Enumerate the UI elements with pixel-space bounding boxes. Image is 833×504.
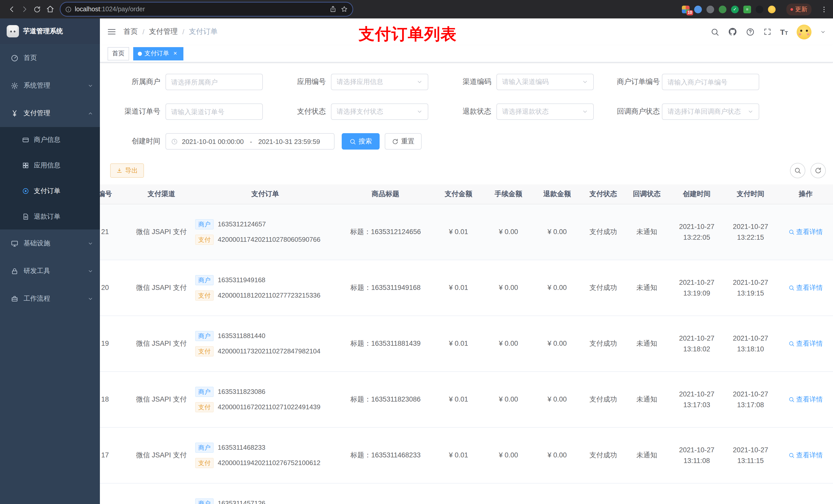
- col-header-create-time: 创建时间: [669, 184, 725, 204]
- filter-row-1: 所属商户 应用编号 请选择应用信息 渠道编码 请输入渠道编码: [120, 74, 833, 90]
- export-button[interactable]: 导出: [110, 163, 144, 178]
- extension-icon-dark[interactable]: [756, 5, 763, 13]
- sidebar-item-workflow[interactable]: 工作流程: [0, 285, 100, 312]
- extension-icon-green[interactable]: [719, 5, 727, 13]
- sidebar-item-refund-order[interactable]: 退款订单: [0, 204, 100, 230]
- create-time: 13:22:05: [669, 232, 725, 242]
- caret-down-icon: [820, 29, 826, 34]
- page-content: 所属商户 应用编号 请选择应用信息 渠道编码 请输入渠道编码: [100, 63, 833, 504]
- create-date: 2021-10-27: [669, 388, 725, 399]
- site-info-icon[interactable]: [65, 6, 72, 13]
- browser-back-button[interactable]: [5, 3, 18, 16]
- breadcrumb-home[interactable]: 首页: [123, 27, 138, 37]
- filter-merchant: 所属商户: [120, 74, 263, 90]
- refund-amount: ¥ 0.00: [547, 228, 567, 236]
- browser-menu-button[interactable]: [820, 5, 828, 13]
- pay-status-select[interactable]: 请选择支付状态: [331, 103, 428, 120]
- browser-update-button[interactable]: 更新: [786, 3, 811, 15]
- chevron-down-icon: [747, 109, 754, 115]
- refund-status-select[interactable]: 请选择退款状态: [496, 103, 594, 120]
- address-bar[interactable]: localhost:1024/pay/order: [61, 3, 353, 16]
- header-search-button[interactable]: [710, 27, 719, 36]
- browser-home-button[interactable]: [44, 3, 56, 16]
- create-time-range-picker[interactable]: 2021-10-01 00:00:00 - 2021-10-31 23:59:5…: [165, 133, 335, 149]
- table-header-row: 编号 支付渠道 支付订单 商品标题 支付金额 手续金额 退款金额 支付状态 回调…: [100, 184, 833, 204]
- sidebar: 芋道管理系统 首页 系统管理 支付管理: [0, 19, 100, 504]
- chevron-down-icon: [582, 109, 588, 115]
- table-row: 20 微信 JSAPI 支付 商户 1635311949168 支付 42000…: [100, 260, 833, 315]
- sidebar-item-home[interactable]: 首页: [0, 44, 100, 72]
- navbar-actions: TT: [710, 24, 826, 39]
- orders-table: 编号 支付渠道 支付订单 商品标题 支付金额 手续金额 退款金额 支付状态 回调…: [100, 184, 833, 504]
- pay-order-no: 4200001173202110272847982104: [218, 347, 320, 355]
- pay-date: 2021-10-27: [725, 277, 776, 288]
- sidebar-item-app-info[interactable]: 应用信息: [0, 153, 100, 178]
- pay-channel-text: 微信 JSAPI 支付: [136, 395, 187, 403]
- order-id: 17: [101, 451, 109, 459]
- sidebar-item-payment[interactable]: 支付管理: [0, 99, 100, 127]
- merchant-tag: 商户: [195, 331, 214, 341]
- pay-amount: ¥ 0.01: [449, 395, 468, 403]
- search-icon: [794, 167, 801, 174]
- profile-avatar-icon[interactable]: [768, 5, 776, 13]
- extension-icon-blue[interactable]: [694, 5, 702, 13]
- tag-pay-order[interactable]: 支付订单 ×: [133, 47, 184, 60]
- app-id-select[interactable]: 请选择应用信息: [331, 74, 428, 90]
- user-avatar[interactable]: [796, 24, 811, 39]
- view-detail-link[interactable]: 查看详情: [788, 339, 823, 348]
- reset-button[interactable]: 重置: [385, 133, 422, 149]
- channel-order-no-field[interactable]: [171, 108, 257, 116]
- docs-help-button[interactable]: [746, 27, 754, 36]
- app-logo-bar[interactable]: 芋道管理系统: [0, 19, 100, 44]
- toggle-search-button[interactable]: [790, 163, 805, 178]
- browser-reload-button[interactable]: [31, 3, 44, 16]
- pay-amount: ¥ 0.01: [449, 284, 468, 291]
- app-logo: [7, 25, 19, 38]
- fullscreen-button[interactable]: [763, 28, 771, 36]
- tag-home[interactable]: 首页: [108, 47, 129, 60]
- tag-close-icon[interactable]: ×: [172, 50, 179, 57]
- refresh-table-button[interactable]: [810, 163, 826, 178]
- sidebar-item-merchant-info[interactable]: 商户信息: [0, 127, 100, 153]
- share-button[interactable]: [329, 6, 337, 13]
- merchant-order-no-field[interactable]: [668, 78, 754, 86]
- browser-forward-button[interactable]: [18, 3, 31, 16]
- create-date: 2021-10-27: [669, 221, 725, 232]
- search-icon: [788, 229, 794, 235]
- sidebar-item-system[interactable]: 系统管理: [0, 72, 100, 99]
- target-icon: [22, 188, 29, 195]
- extension-icon-colorful[interactable]: 10: [682, 5, 690, 13]
- breadcrumb-payment[interactable]: 支付管理: [149, 27, 178, 37]
- merchant-order-no-input[interactable]: [662, 74, 759, 90]
- extension-icon-chat[interactable]: ≡: [743, 5, 751, 13]
- notify-status-select[interactable]: 请选择订单回调商户状态: [662, 103, 759, 120]
- search-icon: [349, 138, 356, 145]
- product-title: 标题：1635311468233: [351, 451, 421, 459]
- view-detail-link[interactable]: 查看详情: [788, 227, 823, 236]
- extension-icon-gray[interactable]: [707, 5, 714, 13]
- search-icon: [788, 396, 794, 402]
- sidebar-item-infrastructure[interactable]: 基础设施: [0, 230, 100, 257]
- github-button[interactable]: [728, 27, 737, 37]
- search-button[interactable]: 搜索: [342, 133, 380, 149]
- font-size-button[interactable]: TT: [780, 28, 788, 35]
- merchant-order-no: 1635311468233: [218, 443, 265, 451]
- user-menu-caret[interactable]: [820, 29, 826, 34]
- merchant-input-field[interactable]: [171, 78, 257, 86]
- chevron-down-icon: [88, 296, 93, 302]
- sidebar-item-dev-tools[interactable]: 研发工具: [0, 257, 100, 285]
- orders-table-wrap: 编号 支付渠道 支付订单 商品标题 支付金额 手续金额 退款金额 支付状态 回调…: [100, 184, 833, 504]
- active-dot-icon: [138, 51, 142, 55]
- channel-order-no-input[interactable]: [165, 103, 263, 120]
- sidebar-toggle-button[interactable]: [107, 27, 116, 37]
- view-detail-link[interactable]: 查看详情: [788, 283, 823, 292]
- bookmark-button[interactable]: [341, 6, 348, 13]
- merchant-order-no: 1635311823086: [218, 388, 265, 395]
- extension-icon-check[interactable]: ✓: [731, 5, 739, 13]
- merchant-input[interactable]: [165, 74, 263, 90]
- sidebar-item-pay-order[interactable]: 支付订单: [0, 178, 100, 204]
- view-detail-link[interactable]: 查看详情: [788, 451, 823, 460]
- channel-code-select[interactable]: 请输入渠道编码: [496, 74, 594, 90]
- pay-date: 2021-10-27: [725, 221, 776, 232]
- view-detail-link[interactable]: 查看详情: [788, 394, 823, 404]
